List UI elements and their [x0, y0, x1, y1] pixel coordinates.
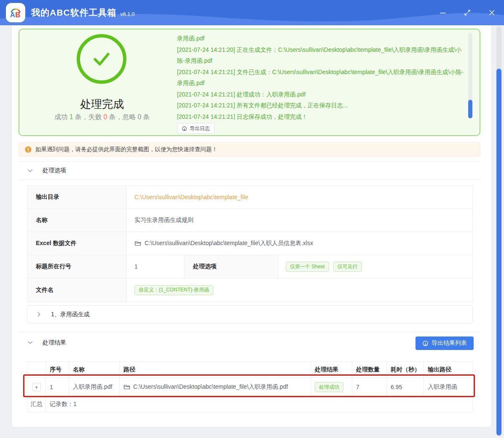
title-row-value: 1	[127, 255, 185, 278]
fail-count: 0	[104, 113, 107, 120]
page-scrollbar-thumb[interactable]	[496, 69, 501, 435]
window-controls	[437, 0, 497, 25]
summary-row: 汇总 记录数：1	[27, 397, 472, 412]
cell-index: 1	[46, 378, 69, 396]
minimize-icon	[439, 9, 447, 16]
cell-output: 入职录用函	[424, 378, 473, 396]
header-path: 路径	[120, 362, 311, 377]
stats-success-label: 成功	[54, 113, 68, 120]
close-button[interactable]	[486, 7, 497, 18]
rule-name-label: 名称	[27, 209, 127, 232]
excel-file-value[interactable]: C:\Users\sullivan\Desktop\abc\template_f…	[145, 240, 313, 247]
notice-text: 如果遇到问题，请务必提供此界面的完整截图，以便为您快速排查问题！	[35, 146, 217, 153]
log-line: [2021-07-24 14:21:21] 处理成功：入职录用函.pdf	[177, 89, 465, 100]
log-line: [2021-07-24 14:21:21] 所有文件都已经处理完成，正在保存日志…	[177, 100, 465, 111]
stats-unit: 条	[143, 113, 150, 120]
cell-time: 6.95	[387, 378, 424, 396]
app-title: 我的ABC软件工具箱	[31, 7, 117, 19]
success-count: 1	[70, 113, 73, 120]
options-section-title: 处理选项	[43, 167, 66, 174]
export-results-button[interactable]: 导出结果列表	[416, 337, 474, 350]
result-summary-panel: 处理完成 成功1条，失败0条，忽略0条 录用函.pdf [2021-07-24 …	[19, 29, 480, 136]
form-row-name: 名称 实习生录用函生成规则	[27, 209, 472, 232]
download-icon	[422, 340, 429, 347]
minimize-button[interactable]	[437, 7, 448, 18]
warning-icon	[25, 146, 32, 153]
title-row-label: 标题所在行号	[27, 255, 127, 278]
export-results-label: 导出结果列表	[432, 339, 467, 347]
expand-row-button[interactable]: +	[32, 383, 41, 391]
export-log-label: 导出日志	[190, 125, 210, 132]
export-log-button[interactable]: 导出日志	[177, 123, 214, 134]
log-line: [2021-07-24 14:21:21] 文件已生成：C:\Users\sul…	[177, 67, 465, 89]
rule-item-title: 1、录用函生成	[51, 311, 90, 318]
cell-count: 7	[352, 378, 387, 396]
header-index: 序号	[46, 362, 69, 377]
header-output: 输出路径	[424, 362, 473, 377]
form-row-filename: 文件名 自定义：{1_CONTENT}-录用函	[27, 278, 472, 302]
header-name: 名称	[69, 362, 120, 377]
folder-icon	[123, 384, 130, 390]
status-badge: 处理成功	[315, 382, 343, 392]
summary-label: 汇总	[27, 397, 46, 412]
cell-path[interactable]: C:\Users\sullivan\Desktop\abc\template_f…	[133, 383, 288, 391]
option-tag-first-sheet: 仅第一个 Sheet	[286, 262, 329, 272]
proc-options-label: 处理选项	[185, 255, 278, 278]
log-line: 录用函.pdf	[177, 33, 465, 44]
excel-file-label: Excel 数据文件	[27, 232, 127, 255]
logo-letter-a: A	[10, 11, 15, 19]
log-scrollbar-thumb[interactable]	[468, 100, 472, 118]
rule-item-collapsed[interactable]: 1、录用函生成	[27, 305, 473, 323]
stats-ignore-label: 条，忽略	[109, 113, 136, 120]
output-dir-value[interactable]: C:\Users\sullivan\Desktop\abc\template_f…	[127, 186, 472, 208]
options-section-header[interactable]: 处理选项	[19, 161, 480, 180]
titlebar: A B 我的ABC软件工具箱 v6.1.0	[0, 0, 504, 25]
rule-name-value: 实习生录用函生成规则	[127, 209, 472, 232]
log-scrollbar[interactable]	[468, 33, 472, 119]
chevron-right-icon	[36, 312, 42, 317]
form-row-output-dir: 输出目录 C:\Users\sullivan\Desktop\abc\templ…	[27, 186, 472, 209]
logo-letter-b: B	[15, 11, 20, 19]
header-expand	[27, 362, 46, 377]
success-check-icon	[77, 34, 126, 84]
option-tag-visible-rows: 仅可见行	[333, 262, 362, 272]
log-output[interactable]: 录用函.pdf [2021-07-24 14:21:20] 正在生成文件：C:\…	[177, 33, 465, 120]
status-title: 处理完成	[19, 97, 185, 112]
filename-rule-tag: 自定义：{1_CONTENT}-录用函	[134, 285, 213, 295]
summary-value: 记录数：1	[46, 397, 472, 412]
notice-bar: 如果遇到问题，请务必提供此界面的完整截图，以便为您快速排查问题！	[19, 142, 480, 157]
results-section-header[interactable]: 处理结果	[19, 332, 480, 353]
maximize-button[interactable]	[462, 7, 473, 18]
ignore-count: 0	[137, 113, 141, 120]
cell-name: 入职录用函.pdf	[69, 378, 120, 396]
main-content-card: 处理完成 成功1条，失败0条，忽略0条 录用函.pdf [2021-07-24 …	[12, 25, 491, 427]
header-time: 耗时（秒）	[387, 362, 424, 377]
stats-fail-label: 条，失败	[75, 113, 102, 120]
close-icon	[488, 9, 496, 16]
log-line: [2021-07-24 14:21:20] 正在生成文件：C:\Users\su…	[177, 44, 465, 67]
header-result: 处理结果	[311, 362, 352, 377]
status-stats: 成功1条，失败0条，忽略0条	[19, 113, 185, 122]
filename-label: 文件名	[27, 278, 127, 302]
app-logo: A B	[6, 3, 25, 22]
options-form-table: 输出目录 C:\Users\sullivan\Desktop\abc\templ…	[27, 185, 473, 302]
folder-icon	[134, 240, 141, 247]
results-table: 序号 名称 路径 处理结果 处理数量 耗时（秒） 输出路径 + 1 入职录用函.…	[27, 361, 473, 412]
form-row-excel: Excel 数据文件 C:\Users\sullivan\Desktop\abc…	[27, 232, 472, 255]
page-scrollbar[interactable]	[496, 26, 501, 436]
results-table-header: 序号 名称 路径 处理结果 处理数量 耗时（秒） 输出路径	[27, 362, 472, 378]
form-row-title-row: 标题所在行号 1 处理选项 仅第一个 Sheet 仅可见行	[27, 255, 472, 278]
chevron-down-icon	[27, 340, 33, 345]
output-dir-label: 输出目录	[27, 186, 127, 208]
abc-logo-icon: A B	[7, 4, 24, 21]
table-row[interactable]: + 1 入职录用函.pdf C:\Users\sullivan\Desktop\…	[27, 378, 472, 397]
results-section-title: 处理结果	[43, 339, 66, 347]
header-count: 处理数量	[352, 362, 387, 377]
chevron-down-icon	[27, 168, 33, 174]
log-line: [2021-07-24 14:21:21] 日志保存成功，处理完成！	[177, 111, 465, 120]
download-icon	[182, 126, 187, 131]
app-version: v6.1.0	[121, 11, 135, 17]
maximize-icon	[464, 9, 471, 16]
